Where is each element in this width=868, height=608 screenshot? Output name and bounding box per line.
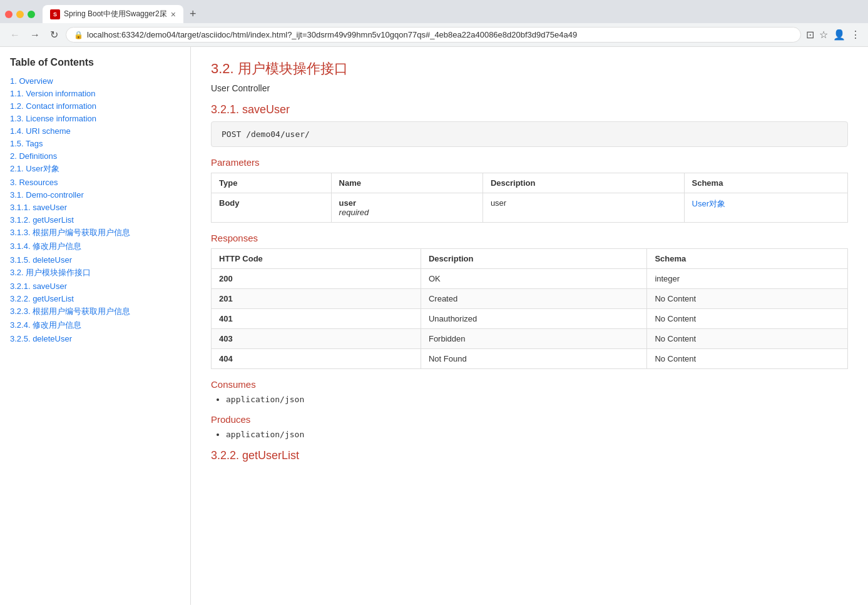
table-row: 403 Forbidden No Content <box>212 329 848 349</box>
response-code-201: 201 <box>212 289 421 309</box>
tab-favicon: S <box>50 9 60 19</box>
toc-link[interactable]: 2.1. User对象 <box>10 164 59 173</box>
response-code-401: 401 <box>212 309 421 329</box>
lock-icon: 🔒 <box>74 31 83 39</box>
toc-link[interactable]: 3.1.3. 根据用户编号获取用户信息 <box>10 228 130 237</box>
list-item: 3.1.4. 修改用户信息 <box>10 241 180 252</box>
param-name: user required <box>331 193 483 223</box>
code-block: POST /demo04/user/ <box>211 121 848 147</box>
produces-list: application/json <box>226 430 848 439</box>
toc-link[interactable]: 3.2.5. deleteUser <box>10 334 72 343</box>
toc-link[interactable]: 3.1.2. getUserList <box>10 215 74 225</box>
response-desc-201: Created <box>421 289 646 309</box>
active-tab[interactable]: S Spring Boot中使用Swagger2杘 × <box>43 5 183 23</box>
response-code-403: 403 <box>212 329 421 349</box>
menu-icon[interactable]: ⋮ <box>850 29 860 41</box>
new-tab-button[interactable]: + <box>186 8 200 21</box>
parameters-label: Parameters <box>211 157 848 168</box>
response-desc-403: Forbidden <box>421 329 646 349</box>
toc-link[interactable]: 3.2.4. 修改用户信息 <box>10 320 81 330</box>
list-item: 3.1. Demo-controller <box>10 190 180 200</box>
toc-link[interactable]: 1.3. License information <box>10 114 96 123</box>
address-field[interactable]: 🔒 localhost:63342/demo04/target/asciidoc… <box>66 27 801 43</box>
col-schema: Schema <box>647 249 848 269</box>
list-item: 3.2.1. saveUser <box>10 281 180 291</box>
profile-icon[interactable]: 👤 <box>833 29 845 41</box>
col-type: Type <box>212 173 332 193</box>
col-description: Description <box>421 249 646 269</box>
address-bar: ← → ↻ 🔒 localhost:63342/demo04/target/as… <box>0 23 868 46</box>
responses-table: HTTP Code Description Schema 200 OK inte… <box>211 248 848 369</box>
toc-link[interactable]: 3.1.5. deleteUser <box>10 255 72 265</box>
toc-link[interactable]: 2. Definitions <box>10 151 57 161</box>
param-description: user <box>483 193 684 223</box>
list-item: 1.2. Contact information <box>10 101 180 111</box>
toc-link[interactable]: 3.2. 用户模块操作接口 <box>10 268 91 277</box>
responses-header-row: HTTP Code Description Schema <box>212 249 848 269</box>
list-item: 3.2.3. 根据用户编号获取用户信息 <box>10 306 180 317</box>
parameters-header-row: Type Name Description Schema <box>212 173 848 193</box>
parameters-table-head: Type Name Description Schema <box>212 173 848 193</box>
next-section-heading: 3.2.2. getUserList <box>211 449 848 462</box>
toc-link[interactable]: 3.1.4. 修改用户信息 <box>10 241 81 251</box>
list-item: 1.4. URI scheme <box>10 126 180 136</box>
table-row: Body user required user User对象 <box>212 193 848 223</box>
minimize-button[interactable] <box>16 11 24 18</box>
window-controls <box>5 11 35 18</box>
list-item: 1.5. Tags <box>10 138 180 148</box>
toc-link[interactable]: 1.1. Version information <box>10 89 96 98</box>
list-item: 3. Resources <box>10 177 180 187</box>
response-schema-404: No Content <box>647 349 848 369</box>
response-code-404: 404 <box>212 349 421 369</box>
toc-link[interactable]: 3.1. Demo-controller <box>10 190 84 200</box>
address-url: localhost:63342/demo04/target/asciidoc/h… <box>87 30 577 39</box>
list-item: 3.2.4. 修改用户信息 <box>10 320 180 331</box>
responses-table-body: 200 OK integer 201 Created No Content 40… <box>212 269 848 369</box>
list-item: 1. Overview <box>10 76 180 86</box>
response-code-200: 200 <box>212 269 421 289</box>
close-button[interactable] <box>5 11 13 18</box>
browser-chrome: S Spring Boot中使用Swagger2杘 × + ← → ↻ 🔒 lo… <box>0 0 868 47</box>
toc-link[interactable]: 1. Overview <box>10 76 53 86</box>
list-item: application/json <box>226 395 848 404</box>
bookmark-icon[interactable]: ☆ <box>819 29 828 41</box>
toc-link[interactable]: 1.5. Tags <box>10 139 43 148</box>
user-object-link[interactable]: User对象 <box>692 199 725 208</box>
list-item: 1.1. Version information <box>10 88 180 98</box>
toc-link[interactable]: 1.4. URI scheme <box>10 126 71 136</box>
content-area: 3.2. 用户模块操作接口 User Controller 3.2.1. sav… <box>191 47 868 605</box>
response-desc-200: OK <box>421 269 646 289</box>
param-schema: User对象 <box>684 193 847 223</box>
list-item: 3.2.2. getUserList <box>10 293 180 303</box>
response-schema-201: No Content <box>647 289 848 309</box>
response-schema-200: integer <box>647 269 848 289</box>
list-item: 1.3. License information <box>10 113 180 123</box>
responses-table-head: HTTP Code Description Schema <box>212 249 848 269</box>
toc-link[interactable]: 3.2.1. saveUser <box>10 281 67 291</box>
param-type: Body <box>212 193 332 223</box>
sidebar: Table of Contents 1. Overview1.1. Versio… <box>0 47 191 605</box>
toc-link[interactable]: 3.1.1. saveUser <box>10 203 67 212</box>
response-desc-401: Unauthorized <box>421 309 646 329</box>
back-button[interactable]: ← <box>8 28 23 42</box>
tab-close-icon[interactable]: × <box>171 9 176 19</box>
toc-link[interactable]: 1.2. Contact information <box>10 101 96 111</box>
controller-label: User Controller <box>211 83 848 93</box>
list-item: 3.1.5. deleteUser <box>10 255 180 265</box>
translate-icon[interactable]: ⊡ <box>806 29 814 41</box>
list-item: 2. Definitions <box>10 151 180 161</box>
consumes-label: Consumes <box>211 379 848 390</box>
toolbar-icons: ⊡ ☆ 👤 ⋮ <box>806 29 860 41</box>
response-schema-401: No Content <box>647 309 848 329</box>
toc-link[interactable]: 3.2.3. 根据用户编号获取用户信息 <box>10 307 130 316</box>
forward-button[interactable]: → <box>28 28 43 42</box>
table-row: 200 OK integer <box>212 269 848 289</box>
toc-link[interactable]: 3.2.2. getUserList <box>10 294 74 303</box>
toc-link[interactable]: 3. Resources <box>10 178 58 187</box>
maximize-button[interactable] <box>28 11 35 18</box>
toc-title: Table of Contents <box>10 57 180 68</box>
col-schema: Schema <box>684 173 847 193</box>
refresh-button[interactable]: ↻ <box>48 28 61 42</box>
list-item: 3.2.5. deleteUser <box>10 333 180 343</box>
produces-label: Produces <box>211 414 848 425</box>
